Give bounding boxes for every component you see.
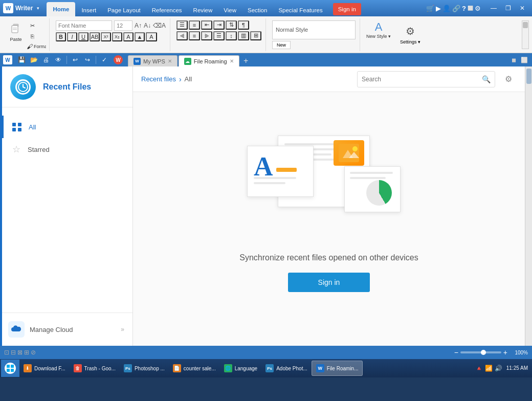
list-ordered[interactable]: ≡ [189,20,200,30]
taskbar-item-language[interactable]: 🌐 Language [220,361,262,376]
taskbar-item-trash[interactable]: 🗑 Trash - Goo... [70,361,120,376]
new-style-label[interactable]: New Style ▾ [366,34,391,39]
taskbar-trash-label: Trash - Goo... [84,366,116,371]
tab-file-roaming[interactable]: ☁ File Roaming ✕ [179,55,239,66]
file-roaming-close[interactable]: ✕ [230,58,234,64]
tab-home[interactable]: Home [47,2,75,16]
gear-icon[interactable]: ⚙ [475,5,481,12]
ribbon-scrollbar[interactable] [522,20,529,49]
add-tab-button[interactable]: + [240,55,252,66]
open-button[interactable]: 📂 [29,55,39,65]
spelling-button[interactable]: ✓ [99,55,109,65]
font-color-button[interactable]: A [123,32,134,41]
tab-page-layout[interactable]: Page Layout [102,4,146,16]
redo-button[interactable]: ↪ [82,55,93,65]
tab-special-features[interactable]: Special Features [273,4,327,16]
align-center[interactable]: ≡ [189,31,200,40]
underline-button[interactable]: U [78,32,88,41]
breadcrumb: Recent files › All [141,75,192,83]
ribbon-scroll-thumb [523,22,528,28]
new-style-btn[interactable]: A New Style ▾ [366,20,391,39]
superscript-button[interactable]: X² [101,32,111,41]
cut-button[interactable]: ✂ [27,21,38,31]
strikethrough-button[interactable]: AB [90,32,100,41]
font-name-select[interactable] [56,20,112,31]
font-size-decrease[interactable]: A↓ [144,22,151,29]
clear-format[interactable]: ⌫A [153,22,166,29]
search-input[interactable] [362,76,479,83]
tab-ctrl-btn-2[interactable]: ⬜ [520,55,529,64]
settings-button[interactable]: Settings ▾ [400,39,420,44]
taskbar-item-adobe[interactable]: Ps Adobe Phot... [261,361,312,376]
photoshop-icon: Ps [124,364,132,372]
taskbar-item-photoshop[interactable]: Ps Photoshop ... [120,361,169,376]
sidebar-item-starred[interactable]: ☆ Starred [2,138,132,161]
text-bg-color[interactable]: A [146,32,157,41]
border-button[interactable]: ⊞ [250,31,261,40]
share-icon[interactable]: 🔗 [452,5,460,12]
paste-button[interactable]: Paste [6,20,26,43]
vertical-scrollbar[interactable] [525,66,532,346]
user-icon[interactable]: 👤 [442,5,451,12]
show-hide[interactable]: ¶ [238,20,249,30]
restore-button[interactable]: ❐ [501,3,515,14]
start-button[interactable] [1,360,19,377]
play-icon[interactable]: ▶ [436,5,441,12]
help-icon[interactable]: ? [462,5,466,12]
manage-cloud[interactable]: Manage Cloud » [0,313,132,346]
undo-button[interactable]: ↩ [70,55,80,65]
expand-icon[interactable]: ⬜ [468,6,473,11]
format-painter-button[interactable]: 🖌 Format Painter [27,42,46,51]
all-icon [12,123,21,131]
new-style-button[interactable]: New [272,41,291,49]
sidebar-item-all[interactable]: All [2,116,132,138]
list-unordered[interactable]: ☰ [176,20,188,30]
scroll-thumb [526,69,531,84]
content-settings-button[interactable]: ⚙ [500,71,517,87]
tab-review[interactable]: Review [188,4,218,16]
tab-ctrl-btn-1[interactable]: ◼ [509,55,518,64]
print-button[interactable]: 🖨 [41,55,51,65]
image-icon [339,144,359,162]
save-button[interactable]: 💾 [16,55,27,65]
tray-icon-1: 🔺 [475,364,483,372]
decrease-indent[interactable]: ⇤ [201,20,212,30]
minimize-button[interactable]: — [487,3,500,14]
download-icon: ⬇ [24,364,32,372]
zoom-slider[interactable] [460,351,501,353]
close-button[interactable]: ✕ [516,3,529,14]
font-size-increase[interactable]: A↑ [135,22,142,29]
copy-button[interactable]: ⎘ [27,32,38,41]
windows-icon [6,364,14,372]
zoom-plus[interactable]: + [503,348,507,357]
my-wps-close[interactable]: ✕ [168,58,172,64]
line-spacing[interactable]: ↕ [226,31,237,40]
increase-indent[interactable]: ⇥ [213,20,225,30]
sort-button[interactable]: ⇅ [226,20,237,30]
tray-icon-volume: 🔊 [495,364,503,372]
tab-view[interactable]: View [218,4,241,16]
font-size-input[interactable] [114,20,132,31]
tab-my-wps[interactable]: W My WPS ✕ [128,55,178,66]
sign-in-button-main[interactable]: Sign in [288,273,370,292]
bold-button[interactable]: B [56,32,66,41]
italic-button[interactable]: I [67,32,77,41]
app-logo: W [3,3,13,13]
align-justify[interactable]: ☰ [213,31,225,40]
shading-button[interactable]: ▥ [238,31,249,40]
taskbar-item-counter[interactable]: 📄 counter sale... [169,361,220,376]
subscript-button[interactable]: X₂ [112,32,122,41]
zoom-minus[interactable]: − [454,348,458,357]
align-left[interactable]: ⫷ [176,31,188,40]
tab-insert[interactable]: Insert [76,4,101,16]
taskbar-item-file-roaming[interactable]: W File Roamin... [312,361,363,376]
tab-references[interactable]: References [147,4,187,16]
cart-icon[interactable]: 🛒 [426,5,434,12]
print-preview-button[interactable]: 👁 [53,55,63,65]
highlight-button[interactable]: ▲ [135,32,145,41]
align-right[interactable]: ⫸ [201,31,212,40]
app-dropdown[interactable]: ▾ [37,6,39,11]
taskbar-item-download[interactable]: ⬇ Download F... [19,361,70,376]
sign-in-button[interactable]: Sign in [333,3,361,15]
tab-section[interactable]: Section [242,4,272,16]
